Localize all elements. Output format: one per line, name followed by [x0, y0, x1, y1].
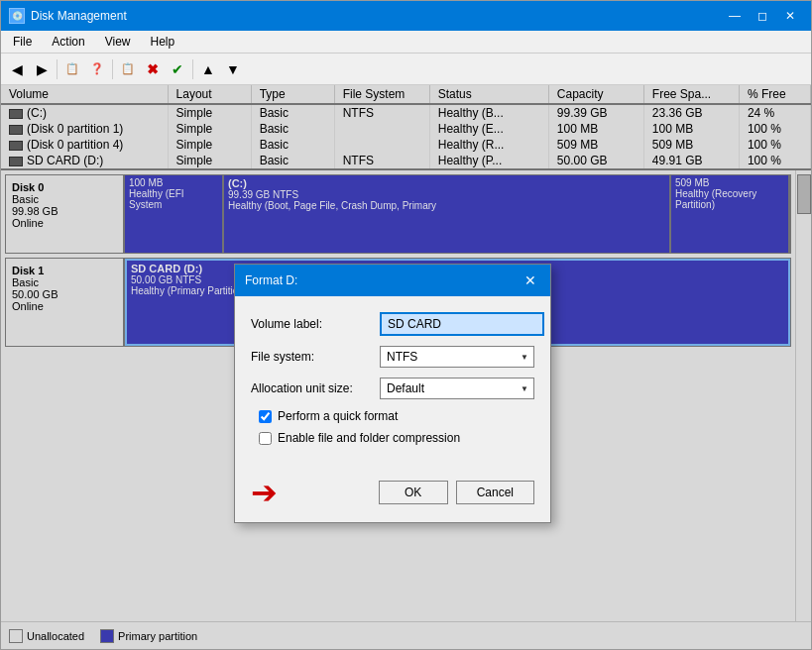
dialog-title-bar: Format D: ✕ [235, 265, 550, 296]
quick-format-checkbox[interactable] [259, 410, 272, 423]
properties-button[interactable]: 📋 [60, 57, 84, 81]
minimize-button[interactable]: — [722, 6, 748, 26]
dialog-arrow-area: ➔ [251, 477, 371, 508]
ok-button[interactable]: OK [379, 481, 448, 504]
allocation-unit-wrapper: Default 512 1024 2048 4096 [380, 378, 534, 399]
dialog-close-button[interactable]: ✕ [521, 271, 540, 290]
toolbar-separator-2 [112, 59, 113, 79]
toolbar-separator-3 [192, 59, 193, 79]
window-title: Disk Management [31, 9, 127, 23]
check-button[interactable]: ✔ [166, 57, 189, 81]
quick-format-label: Perform a quick format [278, 409, 398, 423]
compression-checkbox[interactable] [259, 432, 272, 445]
title-bar: 💿 Disk Management — ◻ ✕ [1, 1, 811, 31]
dialog-buttons: ➔ OK Cancel [235, 469, 550, 522]
main-content: Volume Layout Type File System Status Ca… [1, 85, 811, 649]
maximize-button[interactable]: ◻ [750, 6, 775, 26]
window-controls: — ◻ ✕ [722, 6, 803, 26]
cancel-button[interactable]: Cancel [456, 481, 534, 504]
app-icon: 💿 [9, 8, 25, 24]
file-system-row: File system: FAT32 NTFS exFAT [251, 346, 534, 368]
close-button[interactable]: ✕ [777, 6, 803, 26]
format-dialog: Format D: ✕ Volume label: File system: [234, 264, 551, 523]
back-button[interactable]: ◀ [5, 57, 29, 81]
title-bar-left: 💿 Disk Management [9, 8, 127, 24]
menu-action[interactable]: Action [44, 33, 92, 51]
menu-bar: File Action View Help [1, 31, 811, 54]
volume-label-label: Volume label: [251, 317, 380, 331]
dialog-overlay: Format D: ✕ Volume label: File system: [1, 85, 811, 649]
toolbar-separator-1 [57, 59, 58, 79]
compression-row: Enable file and folder compression [259, 431, 534, 445]
allocation-unit-label: Allocation unit size: [251, 381, 380, 395]
help-button[interactable]: ❓ [85, 57, 109, 81]
up-button[interactable]: ▲ [196, 57, 220, 81]
compression-label: Enable file and folder compression [278, 431, 460, 445]
volume-label-input[interactable] [380, 312, 544, 336]
delete-button[interactable]: ✖ [141, 57, 165, 81]
quick-format-row: Perform a quick format [259, 409, 534, 423]
down-button[interactable]: ▼ [221, 57, 245, 81]
menu-file[interactable]: File [5, 33, 40, 51]
ok-arrow-icon: ➔ [251, 477, 278, 508]
menu-help[interactable]: Help [143, 33, 183, 51]
forward-button[interactable]: ▶ [30, 57, 54, 81]
disk-button[interactable]: 📋 [116, 57, 140, 81]
menu-view[interactable]: View [97, 33, 139, 51]
toolbar: ◀ ▶ 📋 ❓ 📋 ✖ ✔ ▲ ▼ [1, 54, 811, 85]
volume-label-row: Volume label: [251, 312, 534, 336]
file-system-wrapper: FAT32 NTFS exFAT [380, 346, 534, 368]
allocation-unit-row: Allocation unit size: Default 512 1024 2… [251, 378, 534, 399]
allocation-unit-select[interactable]: Default 512 1024 2048 4096 [380, 378, 534, 399]
main-window: 💿 Disk Management — ◻ ✕ File Action View… [0, 0, 812, 650]
file-system-label: File system: [251, 350, 380, 364]
dialog-body: Volume label: File system: FAT32 NTFS ex… [235, 296, 550, 469]
dialog-title-text: Format D: [245, 273, 297, 287]
file-system-select[interactable]: FAT32 NTFS exFAT [380, 346, 534, 368]
